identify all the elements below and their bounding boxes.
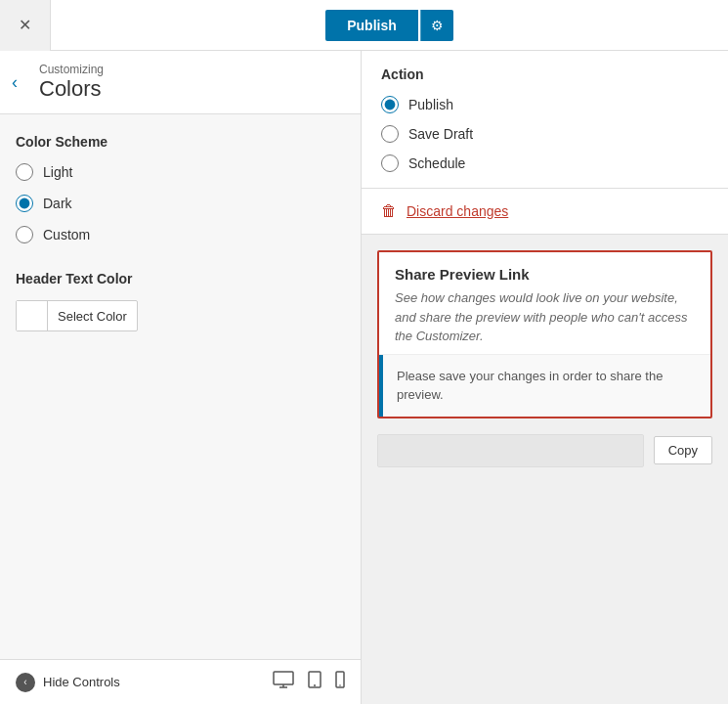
color-scheme-options: Light Dark Custom <box>16 163 345 243</box>
action-label-schedule: Schedule <box>408 155 465 171</box>
color-scheme-label: Color Scheme <box>16 134 345 150</box>
left-panel: ‹ Customizing Colors Color Scheme Light … <box>0 51 362 704</box>
svg-rect-0 <box>274 672 293 684</box>
top-bar-actions: Publish ⚙ <box>51 10 728 41</box>
share-preview-description: See how changes would look live on your … <box>395 288 695 346</box>
action-publish[interactable]: Publish <box>381 96 708 113</box>
copy-row: Copy <box>377 434 712 467</box>
main-content: ‹ Customizing Colors Color Scheme Light … <box>0 51 728 704</box>
action-radio-publish[interactable] <box>381 96 399 113</box>
share-preview-section: Share Preview Link See how changes would… <box>377 250 712 418</box>
share-preview-header: Share Preview Link See how changes would… <box>379 252 710 354</box>
bottom-bar: ‹ Hide Controls <box>0 659 361 704</box>
action-radio-schedule[interactable] <box>381 154 399 172</box>
hide-controls-arrow-icon: ‹ <box>16 673 35 692</box>
device-icons <box>273 671 345 693</box>
panel-body: Color Scheme Light Dark Custom Header Te… <box>0 114 361 659</box>
panel-header: ‹ Customizing Colors <box>0 51 361 114</box>
action-title: Action <box>381 66 708 82</box>
action-label-save-draft: Save Draft <box>408 126 473 142</box>
close-icon: ✕ <box>19 16 31 34</box>
select-color-text: Select Color <box>48 309 137 324</box>
action-options: Publish Save Draft Schedule <box>381 96 708 172</box>
mobile-icon[interactable] <box>335 671 345 693</box>
copy-button[interactable]: Copy <box>654 436 712 464</box>
color-label-custom: Custom <box>43 227 90 242</box>
share-preview-notice: Please save your changes in order to sha… <box>379 354 710 417</box>
hide-controls[interactable]: ‹ Hide Controls <box>16 673 120 692</box>
section-title: Colors <box>39 76 345 102</box>
color-swatch <box>17 301 48 330</box>
color-option-light[interactable]: Light <box>16 163 345 181</box>
color-option-dark[interactable]: Dark <box>16 195 345 212</box>
action-schedule[interactable]: Schedule <box>381 154 708 172</box>
action-section: Action Publish Save Draft Schedule <box>362 51 728 189</box>
header-text-section: Header Text Color Select Color <box>16 271 345 331</box>
color-radio-dark[interactable] <box>16 195 33 212</box>
back-button[interactable]: ‹ <box>12 72 18 93</box>
action-radio-save-draft[interactable] <box>381 125 399 143</box>
preview-url-field <box>377 434 644 467</box>
header-text-label: Header Text Color <box>16 271 345 286</box>
color-label-light: Light <box>43 164 72 180</box>
top-bar: ✕ Publish ⚙ <box>0 0 728 51</box>
color-option-custom[interactable]: Custom <box>16 226 345 243</box>
color-radio-custom[interactable] <box>16 226 33 243</box>
select-color-button[interactable]: Select Color <box>16 300 138 331</box>
tablet-icon[interactable] <box>308 671 321 693</box>
close-button[interactable]: ✕ <box>0 0 51 51</box>
publish-button[interactable]: Publish <box>325 10 418 41</box>
share-preview-title: Share Preview Link <box>395 266 695 283</box>
trash-icon: 🗑 <box>381 202 397 220</box>
action-save-draft[interactable]: Save Draft <box>381 125 708 143</box>
customizing-label: Customizing <box>39 63 345 76</box>
settings-button[interactable]: ⚙ <box>420 10 453 41</box>
desktop-icon[interactable] <box>273 671 294 693</box>
action-label-publish: Publish <box>408 97 453 112</box>
discard-link[interactable]: Discard changes <box>407 203 508 219</box>
svg-point-6 <box>339 684 341 686</box>
svg-point-4 <box>314 684 316 686</box>
discard-section: 🗑 Discard changes <box>362 189 728 235</box>
color-radio-light[interactable] <box>16 163 33 181</box>
right-panel: Action Publish Save Draft Schedule 🗑 Dis <box>362 51 728 704</box>
color-label-dark: Dark <box>43 196 72 211</box>
hide-controls-label: Hide Controls <box>43 675 120 689</box>
